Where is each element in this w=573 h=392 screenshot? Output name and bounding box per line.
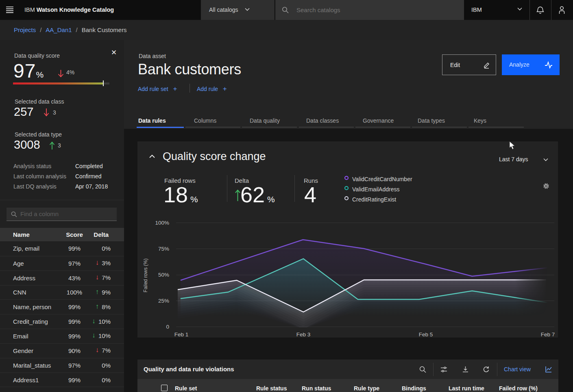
svg-text:Failed rows (%): Failed rows (%) <box>143 258 148 292</box>
svg-text:25%: 25% <box>158 298 169 304</box>
svg-text:75%: 75% <box>158 246 169 252</box>
svg-text:Feb 3: Feb 3 <box>296 331 311 338</box>
svg-text:0: 0 <box>166 324 169 330</box>
svg-text:Feb 1: Feb 1 <box>174 331 189 338</box>
svg-text:50%: 50% <box>158 272 169 278</box>
svg-text:100%: 100% <box>155 220 169 226</box>
svg-text:Feb 5: Feb 5 <box>419 331 433 338</box>
svg-text:Feb 7: Feb 7 <box>541 331 555 338</box>
